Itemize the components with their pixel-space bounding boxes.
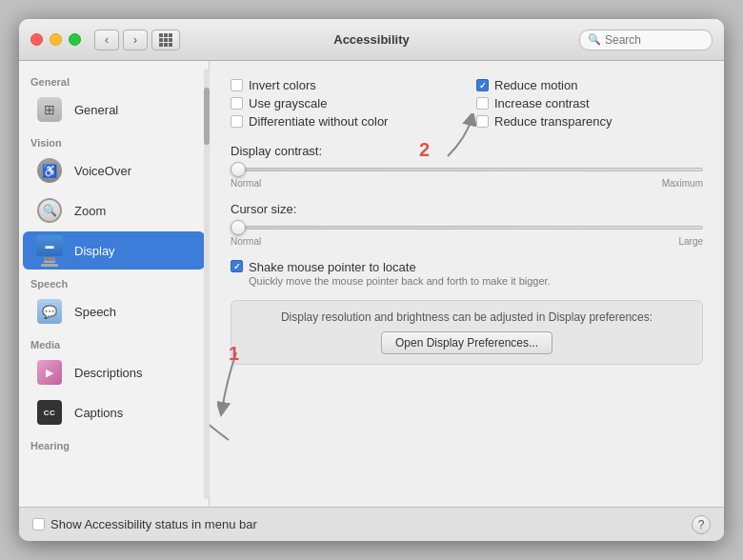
window-title: Accessibility [333,32,410,47]
cursor-size-range: Normal Large [231,236,703,247]
sidebar-container: General ⊞ General Vision ♿ VoiceOver [19,61,210,507]
nav-buttons: ‹ › [94,30,148,50]
sidebar-label-zoom: Zoom [74,204,106,218]
titlebar: ‹ › Accessibility 🔍 [19,19,724,61]
sidebar-section-media: Media [19,331,209,352]
display-contrast-thumb[interactable] [231,162,246,177]
display-contrast-min: Normal [231,178,261,189]
speech-icon-box: 💬 [34,296,65,327]
search-icon: 🔍 [588,33,601,46]
zoom-icon: 🔍 [37,198,62,223]
search-input[interactable] [605,33,704,47]
differentiate-label: Differentiate without color [249,114,388,129]
back-button[interactable]: ‹ [94,30,119,50]
reduce-transparency-checkbox[interactable] [476,115,489,128]
sidebar-item-descriptions[interactable]: ▶ Descriptions [23,353,205,391]
info-text: Display resolution and brightness can be… [245,310,689,324]
sidebar-item-captions[interactable]: CC Captions [23,393,205,431]
sidebar-item-general[interactable]: ⊞ General [23,90,205,129]
option-grayscale: Use grayscale [231,96,457,110]
shake-label: Shake mouse pointer to locate [249,260,551,274]
shake-row: Shake mouse pointer to locate Quickly mo… [231,260,703,287]
display-contrast-section: Display contrast: Normal Maximum [231,144,703,189]
sidebar-section-general: General [19,69,209,90]
cursor-size-label: Cursor size: [231,202,703,216]
display-icon-box: ▬ [34,235,65,266]
right-panel: Invert colors Reduce motion Use grayscal… [210,61,724,507]
cursor-size-max: Large [678,236,703,247]
display-contrast-max: Maximum [662,178,703,189]
display-contrast-track[interactable] [231,162,703,177]
traffic-lights [30,33,81,46]
descriptions-icon-box: ▶ [34,357,65,388]
voiceover-icon-box: ♿ [34,155,65,186]
option-invert: Invert colors [231,78,457,92]
close-button[interactable] [30,33,43,46]
sidebar: General ⊞ General Vision ♿ VoiceOver [19,61,210,507]
zoom-icon-box: 🔍 [34,195,65,226]
grid-icon [159,33,172,47]
main-content: General ⊞ General Vision ♿ VoiceOver [19,61,724,507]
grid-button[interactable] [151,30,180,50]
speech-icon: 💬 [37,299,62,324]
minimize-button[interactable] [50,33,62,46]
option-differentiate: Differentiate without color [231,114,457,129]
reduce-transparency-label: Reduce transparency [494,114,612,129]
invert-label: Invert colors [249,78,316,92]
open-display-prefs-button[interactable]: Open Display Preferences... [381,331,552,354]
general-icon: ⊞ [37,97,62,122]
descriptions-icon: ▶ [37,360,62,385]
option-reduce-motion: Reduce motion [476,78,703,92]
option-reduce-transparency: Reduce transparency [476,114,703,129]
display-contrast-range: Normal Maximum [231,178,703,189]
sidebar-section-hearing: Hearing [19,432,209,453]
captions-icon: CC [37,400,62,425]
sidebar-item-zoom[interactable]: 🔍 Zoom [23,191,205,230]
footer: Show Accessibility status in menu bar ? [19,507,724,541]
status-label: Show Accessibility status in menu bar [50,517,257,531]
search-box[interactable]: 🔍 [579,30,713,50]
sidebar-item-speech[interactable]: 💬 Speech [23,292,205,330]
increase-contrast-label: Increase contrast [494,96,590,110]
sidebar-item-display[interactable]: ▬ Display [23,231,205,270]
shake-checkbox[interactable] [231,260,243,272]
general-icon-box: ⊞ [34,94,65,125]
sidebar-label-general: General [74,103,118,117]
display-contrast-bar [231,168,703,171]
help-button[interactable]: ? [692,515,711,534]
options-grid: Invert colors Reduce motion Use grayscal… [231,78,703,129]
option-increase-contrast: Increase contrast [476,96,703,110]
sidebar-label-voiceover: VoiceOver [74,164,131,178]
maximize-button[interactable] [69,33,81,46]
reduce-motion-checkbox[interactable] [476,79,489,91]
cursor-size-bar [231,226,703,230]
forward-button[interactable]: › [123,30,148,50]
footer-checkbox-row: Show Accessibility status in menu bar [32,517,257,531]
cursor-size-track[interactable] [231,220,703,235]
cursor-size-thumb[interactable] [231,220,246,235]
sidebar-label-descriptions: Descriptions [74,366,143,380]
cursor-size-section: Cursor size: Normal Large [231,202,703,247]
invert-checkbox[interactable] [231,79,243,91]
main-window: ‹ › Accessibility 🔍 General ⊞ [19,19,724,541]
reduce-motion-label: Reduce motion [494,78,577,92]
info-section: Display resolution and brightness can be… [231,300,703,365]
annotation-arrow-1 [210,354,248,450]
grayscale-label: Use grayscale [249,96,327,110]
cursor-size-min: Normal [231,236,261,247]
status-checkbox[interactable] [32,518,45,530]
shake-sublabel: Quickly move the mouse pointer back and … [249,275,551,287]
increase-contrast-checkbox[interactable] [476,97,489,110]
differentiate-checkbox[interactable] [231,115,243,128]
sidebar-label-display: Display [74,244,115,258]
sidebar-section-speech: Speech [19,270,209,291]
display-icon: ▬ [36,235,63,256]
sidebar-section-vision: Vision [19,130,209,150]
sidebar-label-captions: Captions [74,406,123,420]
display-contrast-label: Display contrast: [231,144,703,158]
captions-icon-box: CC [34,397,65,428]
sidebar-item-voiceover[interactable]: ♿ VoiceOver [23,151,205,190]
sidebar-label-speech: Speech [74,305,116,319]
voiceover-icon: ♿ [37,158,62,183]
grayscale-checkbox[interactable] [231,97,243,110]
